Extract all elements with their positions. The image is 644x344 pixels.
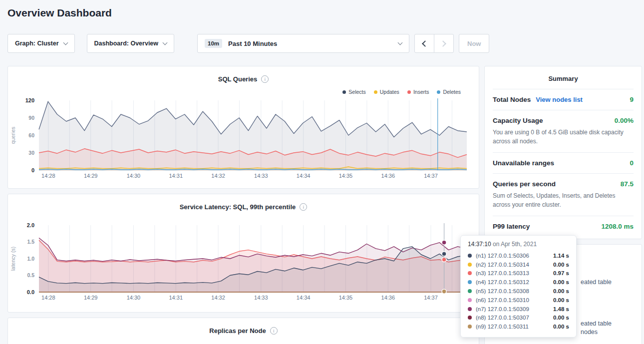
graph-scope-label: Graph: Cluster — [15, 40, 59, 47]
sql-queries-chart-card: SQL Queries i SelectsUpdatesInsertsDelet… — [7, 66, 479, 189]
summary-panel-title: Summary — [493, 66, 634, 89]
tooltip-node-value: 0.00 s — [553, 262, 569, 268]
series-color-dot — [468, 263, 472, 267]
svg-text:2.0: 2.0 — [27, 222, 34, 228]
summary-row-value: 0 — [630, 159, 634, 167]
svg-text:14:35: 14:35 — [339, 173, 353, 179]
time-range-dropdown[interactable]: 10m Past 10 Minutes — [197, 34, 409, 53]
replicas-title-row: Replicas per Node i — [8, 318, 479, 335]
series-color-dot — [468, 280, 472, 284]
svg-text:queries: queries — [10, 127, 16, 144]
svg-text:14:28: 14:28 — [41, 295, 55, 301]
summary-row-value: 9 — [630, 96, 634, 103]
tooltip-node-label: (n3) 127.0.0.1:50313 — [476, 270, 529, 276]
legend-item-selects[interactable]: Selects — [342, 87, 365, 96]
service-latency-chart-card: Service Latency: SQL, 99th percentile i … — [7, 194, 479, 313]
svg-text:14:32: 14:32 — [211, 295, 225, 301]
summary-row: Unavailable ranges0 — [493, 152, 634, 173]
tooltip-node-label: (n2) 127.0.0.1:50314 — [476, 262, 529, 268]
series-color-dot — [468, 316, 472, 320]
svg-text:14:34: 14:34 — [297, 173, 311, 179]
chevron-left-icon — [422, 40, 428, 47]
next-window-button[interactable] — [434, 34, 454, 53]
tooltip-node-value: 1.48 s — [553, 306, 569, 312]
event-item-fragment[interactable]: eated table — [581, 279, 612, 286]
svg-text:0: 0 — [31, 167, 34, 173]
summary-row: Queries per second87.5Sum of Selects, Up… — [493, 173, 634, 216]
svg-text:14:33: 14:33 — [254, 173, 268, 179]
legend-label: Inserts — [413, 89, 429, 95]
summary-row-label: Capacity Usage — [493, 117, 543, 124]
info-icon[interactable]: i — [270, 327, 278, 335]
time-range-badge: 10m — [205, 39, 222, 48]
sql-queries-title-row: SQL Queries i — [8, 66, 479, 83]
series-color-dot — [468, 307, 472, 311]
sql-queries-chart-title: SQL Queries — [218, 75, 258, 83]
svg-text:14:31: 14:31 — [169, 173, 183, 179]
svg-text:14:33: 14:33 — [254, 295, 268, 301]
svg-text:30: 30 — [28, 150, 34, 156]
tooltip-node-value: 0.00 s — [553, 297, 569, 303]
tooltip-node-label: (n5) 127.0.0.1:50308 — [476, 288, 529, 294]
summary-rows: Total NodesView nodes list9Capacity Usag… — [493, 89, 634, 237]
chart-hover-tooltip: 14:37:10 on Apr 5th, 2021 (n1) 127.0.0.1… — [460, 235, 577, 338]
summary-row-label: Unavailable ranges — [493, 159, 554, 167]
tooltip-node-label: (n9) 127.0.0.1:50311 — [476, 324, 529, 330]
tooltip-node-label: (n1) 127.0.0.1:50306 — [476, 253, 529, 259]
svg-text:14:32: 14:32 — [211, 173, 225, 179]
series-color-dot — [468, 325, 472, 329]
tooltip-node-value: 1.14 s — [553, 253, 569, 259]
series-color-dot — [468, 271, 472, 275]
legend-label: Updates — [380, 89, 399, 95]
info-icon[interactable]: i — [300, 203, 307, 211]
svg-text:1.0: 1.0 — [27, 256, 34, 262]
svg-text:14:34: 14:34 — [297, 295, 311, 301]
summary-row-label: Queries per second — [493, 180, 556, 188]
graph-scope-dropdown[interactable]: Graph: Cluster — [7, 34, 75, 53]
legend-item-deletes[interactable]: Deletes — [437, 87, 461, 96]
now-button[interactable]: Now — [459, 34, 489, 53]
tooltip-node-value: 0.00 s — [553, 288, 569, 294]
svg-text:14:28: 14:28 — [41, 173, 55, 179]
svg-text:14:31: 14:31 — [169, 295, 183, 301]
tooltip-node-value: 0.00 s — [553, 279, 569, 285]
series-color-dot — [468, 254, 472, 258]
svg-text:latency (s): latency (s) — [10, 247, 16, 271]
time-range-label: Past 10 Minutes — [228, 40, 277, 47]
tooltip-node-value: 0.97 s — [553, 270, 569, 276]
legend-item-inserts[interactable]: Inserts — [407, 87, 429, 96]
replicas-chart-title: Replicas per Node — [209, 327, 266, 335]
event-item-fragment[interactable]: nodes — [581, 329, 598, 336]
sql-queries-chart[interactable]: 14:2814:2914:3014:3114:3214:3314:3414:35… — [8, 96, 479, 181]
tooltip-node-row: (n6) 127.0.0.1:503100.00 s — [468, 296, 569, 305]
tooltip-node-row: (n5) 127.0.0.1:503080.00 s — [468, 287, 569, 296]
summary-row-value: 1208.0 ms — [601, 223, 634, 230]
svg-text:60: 60 — [28, 132, 34, 138]
svg-text:14:37: 14:37 — [424, 295, 438, 301]
summary-row-label: P99 latency — [493, 223, 530, 230]
tooltip-node-label: (n4) 127.0.0.1:50312 — [476, 279, 529, 285]
time-window-nav — [414, 34, 454, 53]
chevron-right-icon — [440, 40, 446, 47]
service-latency-chart[interactable]: 14:2814:2914:3014:3114:3214:3314:3414:35… — [8, 216, 479, 305]
tooltip-node-row: (n8) 127.0.0.1:503070.00 s — [468, 314, 569, 323]
svg-text:120: 120 — [25, 97, 34, 103]
summary-row: Capacity Usage0.00%You are using 0 B of … — [493, 110, 634, 152]
chevron-down-icon — [163, 40, 168, 45]
view-nodes-list-link[interactable]: View nodes list — [536, 96, 583, 103]
tooltip-node-row: (n3) 127.0.0.1:503130.97 s — [468, 269, 569, 278]
legend-item-updates[interactable]: Updates — [374, 87, 399, 96]
tooltip-date: on Apr 5th, 2021 — [493, 241, 537, 248]
legend-label: Selects — [348, 89, 365, 95]
tooltip-node-value: 0.00 s — [553, 324, 569, 330]
event-item-fragment[interactable]: eated table — [581, 320, 612, 327]
dashboard-dropdown[interactable]: Dashboard: Overview — [87, 34, 175, 53]
tooltip-rows: (n1) 127.0.0.1:503061.14 s(n2) 127.0.0.1… — [468, 251, 569, 331]
svg-text:1.5: 1.5 — [27, 239, 34, 245]
previous-window-button[interactable] — [414, 34, 434, 53]
summary-row: Total NodesView nodes list9 — [493, 89, 634, 110]
summary-row-value: 0.00% — [615, 117, 634, 124]
svg-text:14:36: 14:36 — [381, 173, 395, 179]
svg-text:14:29: 14:29 — [84, 295, 98, 301]
info-icon[interactable]: i — [261, 75, 269, 83]
